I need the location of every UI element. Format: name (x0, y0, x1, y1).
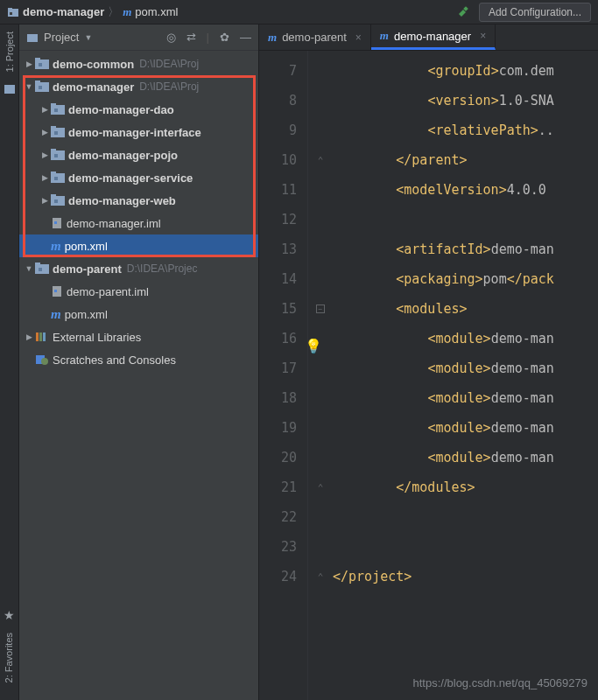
expand-arrow-icon[interactable]: ▼ (23, 82, 35, 91)
svg-rect-2 (10, 12, 12, 15)
tree-item-demo-manager-pom[interactable]: mpom.xml (19, 234, 258, 257)
tree-item-label: demo-common (53, 58, 134, 71)
tree-item-demo-manager[interactable]: ▼demo-managerD:\IDEA\Proj (19, 75, 258, 98)
tree-item-demo-manager-interface[interactable]: ▶demo-manager-interface (19, 121, 258, 144)
expand-arrow-icon[interactable]: ▶ (39, 128, 51, 136)
expand-arrow-icon[interactable]: ▶ (39, 173, 51, 182)
expand-arrow-icon[interactable]: ▶ (23, 332, 35, 341)
folder-module-icon (51, 172, 65, 184)
iml-icon (51, 217, 63, 229)
svg-rect-26 (54, 200, 58, 203)
expand-arrow-icon[interactable]: ▶ (39, 150, 51, 159)
expand-arrow-icon[interactable]: ▶ (39, 105, 51, 114)
fold-down-icon[interactable]: − (316, 304, 325, 313)
fold-column[interactable]: ⌃−⌃⌃ (308, 51, 333, 700)
breadcrumb-root[interactable]: demo-manager (23, 5, 104, 18)
tree-item-label: External Libraries (53, 331, 141, 344)
project-tree[interactable]: ▶demo-commonD:\IDEA\Proj▼demo-managerD:\… (19, 51, 258, 700)
expand-icon[interactable]: ⇄ (186, 31, 196, 44)
tree-item-demo-manager-pojo[interactable]: ▶demo-manager-pojo (19, 144, 258, 166)
svg-rect-7 (35, 58, 40, 61)
folder-module-icon (51, 194, 65, 206)
svg-point-38 (41, 358, 48, 365)
tree-item-demo-parent-iml[interactable]: demo-parent.iml (19, 280, 258, 303)
tree-item-hint: D:\IDEA\Projec (127, 262, 198, 275)
expand-arrow-icon[interactable]: ▶ (23, 60, 35, 68)
tree-item-demo-common[interactable]: ▶demo-commonD:\IDEA\Proj (19, 52, 258, 75)
tree-item-demo-manager-iml[interactable]: demo-manager.iml (19, 212, 258, 234)
tree-item-label: demo-manager-dao (68, 103, 174, 116)
favorites-tool-tab[interactable]: 2: Favorites (4, 626, 14, 690)
breadcrumb-sep: 〉 (108, 4, 119, 20)
editor-tab[interactable]: mdemo-parent× (259, 24, 371, 50)
svg-rect-11 (39, 86, 42, 89)
close-icon[interactable]: × (480, 30, 486, 42)
breadcrumb-file[interactable]: pom.xml (135, 5, 178, 18)
project-rail-icon (3, 82, 17, 96)
tree-item-ext-lib[interactable]: ▶External Libraries (19, 326, 258, 348)
tree-item-hint: D:\IDEA\Proj (139, 58, 199, 70)
watermark: https://blog.csdn.net/qq_45069279 (413, 676, 588, 690)
svg-rect-4 (4, 85, 15, 94)
fold-up-icon[interactable]: ⌃ (318, 155, 324, 166)
fold-up-icon[interactable]: ⌃ (318, 571, 324, 583)
svg-rect-1 (8, 8, 12, 10)
expand-arrow-icon[interactable]: ▶ (39, 196, 51, 205)
svg-rect-36 (43, 332, 46, 341)
svg-rect-3 (463, 6, 468, 11)
line-gutter[interactable]: 789101112131415161718192021222324 (259, 51, 308, 700)
svg-rect-22 (51, 172, 56, 175)
tree-item-scratches[interactable]: Scratches and Consoles (19, 348, 258, 371)
m-icon: m (51, 239, 61, 254)
editor-tab[interactable]: mdemo-manager× (371, 24, 496, 50)
tree-item-label: demo-manager.iml (67, 217, 161, 230)
tree-item-label: demo-manager-interface (68, 126, 201, 139)
tree-item-hint: D:\IDEA\Proj (139, 80, 199, 93)
fold-up-icon[interactable]: ⌃ (318, 482, 324, 494)
svg-rect-20 (54, 154, 58, 158)
gear-icon[interactable]: ✿ (220, 31, 229, 44)
tab-label: demo-parent (282, 31, 347, 44)
editor: mdemo-parent×mdemo-manager× 789101112131… (259, 24, 598, 700)
svg-rect-28 (54, 221, 57, 224)
expand-arrow-icon[interactable]: ▼ (23, 264, 35, 273)
svg-rect-35 (39, 332, 42, 341)
close-icon[interactable]: × (355, 32, 362, 44)
code-content[interactable]: <groupId>com.dem <version>1.0-SNA <relat… (333, 51, 598, 700)
tree-item-label: demo-manager (53, 80, 134, 94)
tree-item-label: demo-manager-web (68, 194, 176, 207)
maven-icon: m (380, 29, 389, 43)
tree-item-demo-manager-web[interactable]: ▶demo-manager-web (19, 189, 258, 212)
folder-module-icon (51, 126, 65, 138)
m-icon: m (51, 307, 61, 322)
maven-icon: m (268, 31, 277, 45)
svg-rect-5 (27, 34, 38, 42)
svg-rect-10 (35, 80, 40, 84)
tree-item-label: demo-manager-pojo (68, 149, 178, 162)
svg-rect-33 (54, 290, 57, 292)
breadcrumb[interactable]: demo-manager 〉 m pom.xml (7, 4, 178, 20)
tree-item-demo-parent[interactable]: ▼demo-parentD:\IDEA\Projec (19, 257, 258, 280)
tree-item-demo-manager-service[interactable]: ▶demo-manager-service (19, 166, 258, 189)
folder-module-icon (51, 149, 65, 161)
svg-rect-34 (36, 332, 39, 341)
minimize-icon[interactable]: — (240, 31, 251, 44)
folder-icon (7, 6, 19, 18)
svg-rect-13 (51, 103, 56, 107)
tree-item-label: pom.xml (65, 308, 108, 321)
build-icon[interactable] (456, 5, 470, 19)
project-view-selector[interactable]: Project ▼ (26, 31, 92, 44)
intention-bulb-icon[interactable]: 💡 (305, 338, 322, 354)
svg-rect-23 (54, 177, 58, 180)
svg-rect-19 (51, 149, 56, 152)
target-icon[interactable]: ◎ (166, 31, 176, 44)
add-configuration-button[interactable]: Add Configuration... (479, 3, 591, 22)
folder-module-icon (35, 262, 49, 275)
svg-rect-30 (35, 262, 40, 266)
tree-item-demo-manager-dao[interactable]: ▶demo-manager-dao (19, 98, 258, 121)
project-sidebar: Project ▼ ◎ ⇄ | ✿ — ▶demo-commonD:\IDEA\… (19, 24, 259, 700)
breadcrumb-bar: demo-manager 〉 m pom.xml Add Configurati… (0, 0, 598, 24)
tree-item-label: demo-manager-service (68, 172, 193, 185)
project-tool-tab[interactable]: 1: Project (4, 24, 15, 79)
tree-item-demo-parent-pom[interactable]: mpom.xml (19, 303, 258, 326)
